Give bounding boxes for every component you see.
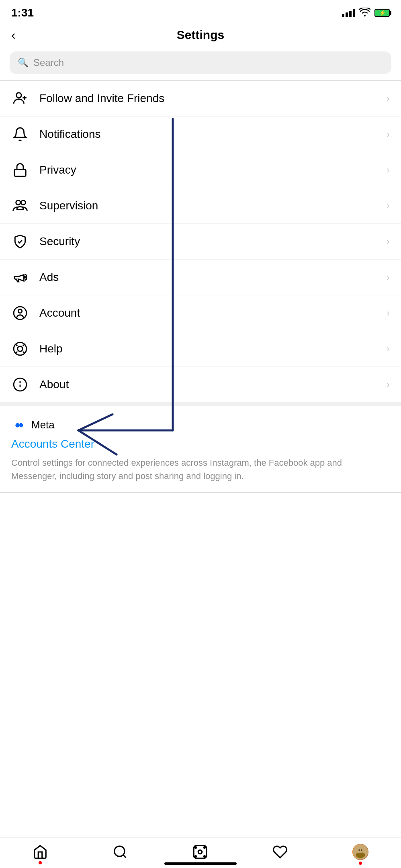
search-container: 🔍 Search <box>0 47 401 80</box>
meta-infinity-icon <box>11 420 27 430</box>
status-bar: 1:31 ⚡ <box>0 0 401 24</box>
privacy-label: Privacy <box>39 164 76 176</box>
settings-list: Follow and Invite Friends › Notification… <box>0 81 401 403</box>
accounts-center-link[interactable]: Accounts Center <box>11 438 390 450</box>
chevron-icon: › <box>387 164 390 176</box>
meta-section: Meta Accounts Center Control settings fo… <box>0 406 401 493</box>
chevron-icon: › <box>387 200 390 211</box>
chevron-icon: › <box>387 272 390 283</box>
follow-label: Follow and Invite Friends <box>39 92 164 105</box>
lifebuoy-icon <box>11 340 29 358</box>
ads-label: Ads <box>39 271 59 284</box>
page-title: Settings <box>177 28 224 42</box>
avatar <box>352 844 368 860</box>
settings-item-supervision[interactable]: Supervision › <box>0 188 401 224</box>
search-placeholder: Search <box>33 57 64 68</box>
search-bar[interactable]: 🔍 Search <box>10 51 391 74</box>
chevron-icon: › <box>387 129 390 140</box>
nav-home[interactable] <box>33 844 48 860</box>
nav-profile[interactable] <box>352 844 368 860</box>
status-time: 1:31 <box>11 6 34 19</box>
people-icon <box>11 197 29 215</box>
account-label: Account <box>39 307 80 319</box>
svg-point-10 <box>18 346 23 352</box>
settings-item-follow[interactable]: Follow and Invite Friends › <box>0 81 401 117</box>
svg-point-23 <box>204 847 205 848</box>
search-icon: 🔍 <box>18 57 29 68</box>
svg-point-21 <box>198 850 202 854</box>
settings-item-notifications[interactable]: Notifications › <box>0 117 401 152</box>
svg-rect-3 <box>14 169 26 176</box>
header: ‹ Settings <box>0 24 401 47</box>
home-notification-dot <box>39 861 42 864</box>
svg-point-29 <box>359 849 360 851</box>
bottom-spacer <box>0 493 401 573</box>
settings-item-about[interactable]: About › <box>0 367 401 403</box>
svg-line-19 <box>123 855 126 858</box>
signal-icon <box>342 8 355 17</box>
svg-point-0 <box>16 93 22 98</box>
svg-point-30 <box>361 849 362 851</box>
notifications-label: Notifications <box>39 128 101 141</box>
settings-item-account[interactable]: Account › <box>0 295 401 331</box>
about-label: About <box>39 378 69 391</box>
status-icons: ⚡ <box>342 8 390 18</box>
nav-search[interactable] <box>113 844 128 860</box>
chevron-icon: › <box>387 236 390 247</box>
svg-point-28 <box>358 848 364 854</box>
search-nav-icon <box>113 844 128 860</box>
battery-icon: ⚡ <box>374 9 390 17</box>
nav-reels[interactable] <box>192 844 208 860</box>
svg-point-18 <box>115 846 125 856</box>
svg-point-6 <box>24 276 25 278</box>
svg-point-8 <box>18 309 22 313</box>
svg-line-13 <box>23 344 25 346</box>
chevron-icon: › <box>387 307 390 319</box>
home-icon <box>33 844 48 860</box>
supervision-label: Supervision <box>39 199 98 212</box>
svg-point-25 <box>204 856 205 857</box>
add-person-icon <box>11 90 29 107</box>
svg-point-5 <box>21 201 25 205</box>
svg-line-11 <box>16 344 17 346</box>
wifi-icon <box>359 8 370 18</box>
meta-text: Meta <box>31 419 55 431</box>
person-circle-icon <box>11 304 29 322</box>
info-circle-icon <box>11 376 29 393</box>
settings-item-help[interactable]: Help › <box>0 331 401 367</box>
heart-icon <box>272 844 288 860</box>
nav-activity[interactable] <box>272 844 288 860</box>
svg-point-22 <box>195 847 196 848</box>
megaphone-icon <box>11 268 29 286</box>
meta-description: Control settings for connected experienc… <box>11 456 390 483</box>
settings-item-privacy[interactable]: Privacy › <box>0 152 401 188</box>
profile-notification-dot <box>359 862 362 865</box>
section-divider <box>0 403 401 406</box>
back-button[interactable]: ‹ <box>11 28 16 43</box>
settings-item-security[interactable]: Security › <box>0 224 401 260</box>
reels-icon <box>192 844 208 860</box>
svg-line-12 <box>23 352 25 353</box>
bell-icon <box>11 125 29 143</box>
settings-item-ads[interactable]: Ads › <box>0 260 401 295</box>
chevron-icon: › <box>387 93 390 104</box>
svg-point-4 <box>16 201 20 205</box>
chevron-icon: › <box>387 343 390 354</box>
meta-logo: Meta <box>11 419 390 431</box>
shield-icon <box>11 233 29 250</box>
lock-icon <box>11 161 29 179</box>
svg-line-14 <box>16 352 17 353</box>
help-label: Help <box>39 342 63 355</box>
security-label: Security <box>39 235 80 248</box>
svg-point-24 <box>195 856 196 857</box>
home-indicator <box>164 862 237 865</box>
chevron-icon: › <box>387 379 390 390</box>
